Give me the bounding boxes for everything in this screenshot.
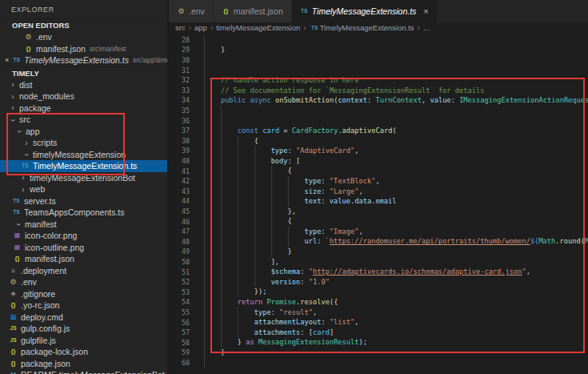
code-line-content[interactable]: public async onSubmitAction(context: Tur… [190,95,588,106]
line-number[interactable]: 59 [169,348,190,356]
code-line-content[interactable]: return Promise.resolve({ [190,297,338,308]
code-line-content[interactable] [190,65,221,75]
code-line-content[interactable]: { [190,136,258,147]
open-editor-item-env[interactable]: ⚙.env [0,31,167,43]
line-number[interactable]: 54 [169,298,190,306]
project-section-header[interactable]: TIMELY [0,66,167,79]
breadcrumb[interactable]: src›app›timelyMessageExtension›TSTimelyM… [169,22,588,33]
tree-item-web[interactable]: ›web [0,183,167,195]
tree-item-icon-outline-png[interactable]: ▦icon-outline.png [0,242,167,254]
tree-item-dist[interactable]: ›dist [0,79,167,91]
code-line-content[interactable]: }); [190,287,266,297]
line-number[interactable]: 36 [169,117,190,125]
code-line-content[interactable]: } [190,348,225,358]
tree-item-icon-color-png[interactable]: ▦icon-color.png [0,230,167,242]
tree-item-gulp-config-js[interactable]: JSgulp.config.js [0,323,167,335]
tree-item-src[interactable]: ›src [0,114,167,126]
code-line-content[interactable]: type: "AdaptiveCard", [190,146,358,156]
code-line-content[interactable]: body: [ [190,156,300,167]
tree-item-timelymessageextension-ts[interactable]: TSTimelyMessageExtension.ts [0,160,167,172]
code-line-content[interactable]: attachmentLayout: "list", [190,317,359,328]
tree-item-gitignore[interactable]: ◈.gitignore [0,288,167,300]
tree-item-scripts[interactable]: ›scripts [0,137,167,149]
line-number[interactable]: 28 [169,36,190,44]
tree-item-manifest-json[interactable]: {}manifest.json [0,253,167,265]
line-number[interactable]: 44 [169,197,190,205]
line-number[interactable]: 37 [169,127,190,135]
code-line-content[interactable] [190,55,221,66]
tree-item-timelymessageextension[interactable]: ›timelyMessageExtension [0,149,167,161]
line-number[interactable]: 46 [169,218,190,226]
line-number[interactable]: 42 [169,177,190,185]
line-number[interactable]: 29 [169,46,190,54]
code-line-content[interactable]: type: "result", [190,308,317,318]
code-line-content[interactable]: type: "TextBlock", [190,176,380,187]
line-number[interactable]: 53 [169,288,190,296]
line-number[interactable]: 41 [169,167,190,175]
tree-item-deployment[interactable]: ≡.deployment [0,265,167,277]
tree-item-app[interactable]: ›app [0,126,167,138]
tab-manifest-json[interactable]: {}manifest.json [214,0,292,22]
code-line-content[interactable]: } as MessagingExtensionResult); [190,337,367,348]
code-line-content[interactable]: { [190,166,292,176]
line-number[interactable]: 47 [169,227,190,235]
line-number[interactable]: 51 [169,268,190,276]
code-line-content[interactable]: { [190,216,292,227]
line-number[interactable]: 40 [169,157,190,165]
line-number[interactable]: 43 [169,187,190,195]
tree-item-package[interactable]: ›package [0,103,167,115]
tree-item-timelymessageextensionbot[interactable]: ›timelyMessageExtensionBot [0,172,167,184]
tab-timelymessageextension-ts[interactable]: TSTimelyMessageExtension.ts× [292,0,438,22]
code-line-content[interactable]: url: `https://randomuser.me/api/portrait… [190,236,588,247]
line-number[interactable]: 49 [169,247,190,255]
code-line-content[interactable]: type: "Image", [190,227,363,237]
open-editors-header[interactable]: OPEN EDITORS [0,18,167,31]
tree-item-package-json[interactable]: {}package.json [0,358,167,370]
tree-item-readme-timelymessageextensionbot-md[interactable]: MREADME.timelyMessageExtensionBot.md [0,369,167,374]
tree-item-manifest[interactable]: ›manifest [0,219,167,231]
code-line-content[interactable] [190,106,238,116]
tree-item-yo-rc-json[interactable]: {}.yo-rc.json [0,300,167,312]
code-line-content[interactable]: $schema: "http://adaptivecards.io/schema… [190,267,530,277]
code-line-content[interactable]: // See documentation for `MessagingExten… [190,86,484,96]
code-line-content[interactable]: attachments: [card] [190,328,334,338]
line-number[interactable]: 56 [169,319,190,327]
line-number[interactable]: 35 [169,107,190,115]
close-icon[interactable]: × [5,56,9,64]
tab-env[interactable]: ⚙.env [169,0,214,22]
line-number[interactable]: 30 [169,56,190,64]
tree-item-deploy-cmd[interactable]: ⊞deploy.cmd [0,312,167,324]
open-editor-item-timelymessageextension-ts[interactable]: ×TSTimelyMessageExtension.tssrc\app\time… [0,54,167,66]
line-number[interactable]: 32 [169,76,190,84]
breadcrumb-item-app[interactable]: app [194,23,207,32]
tree-item-gulpfile-js[interactable]: JSgulpfile.js [0,335,167,347]
line-number[interactable]: 39 [169,147,190,155]
line-number[interactable]: 38 [169,137,190,145]
code-line-content[interactable]: }, [190,207,296,217]
line-number[interactable]: 45 [169,207,190,215]
line-number[interactable]: 55 [169,308,190,316]
tree-item-server-ts[interactable]: TSserver.ts [0,195,167,207]
breadcrumb-item-timelymessageextension[interactable]: timelyMessageExtension [216,23,300,32]
code-line-content[interactable]: } [190,247,292,257]
line-number[interactable]: 52 [169,278,190,286]
code-line-content[interactable]: // handle action response in here [190,75,359,86]
code-line-content[interactable] [190,115,238,126]
line-number[interactable]: 58 [169,339,190,347]
code-line-content[interactable] [190,358,221,368]
tree-item-env[interactable]: ⚙.env [0,276,167,288]
breadcrumb-item-[interactable]: ... [423,23,430,32]
code-line-content[interactable]: text: value.data.email [190,196,397,207]
breadcrumb-item-timelymessageextension-ts[interactable]: TimelyMessageExtension.ts [320,23,414,32]
line-number[interactable]: 48 [169,238,190,246]
code-line-content[interactable] [190,35,221,46]
close-icon[interactable]: × [423,6,428,16]
code-line-content[interactable]: size: "Large", [190,187,363,197]
line-number[interactable]: 50 [169,258,190,266]
tree-item-node-modules[interactable]: ›node_modules [0,90,167,103]
code-line-content[interactable]: ], [190,257,279,267]
line-number[interactable]: 60 [169,359,190,367]
line-number[interactable]: 57 [169,328,190,336]
tree-item-package-lock-json[interactable]: {}package-lock.json [0,346,167,358]
code-line-content[interactable]: version: "1.0" [190,277,330,288]
